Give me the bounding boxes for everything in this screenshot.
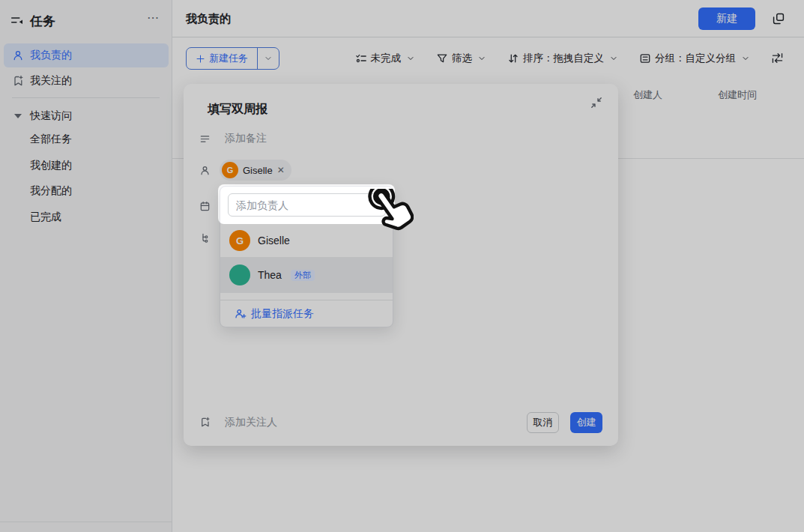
chevron-down-icon bbox=[740, 52, 752, 64]
chevron-down-icon bbox=[476, 52, 488, 64]
chevron-down-icon bbox=[264, 54, 273, 63]
assignee-dropdown: G Giselle Thea 外部 批量指派任务 bbox=[220, 186, 393, 327]
person-plus-icon bbox=[235, 308, 247, 320]
funnel-icon bbox=[436, 52, 448, 64]
sort-arrows-icon bbox=[507, 52, 519, 64]
sort-control[interactable]: 排序：拖拽自定义 bbox=[507, 52, 620, 65]
collapse-icon[interactable] bbox=[590, 96, 603, 109]
sidebar-bottom-divider bbox=[0, 522, 172, 522]
note-input[interactable]: 添加备注 bbox=[225, 132, 267, 145]
section-label: 快速访问 bbox=[30, 109, 72, 123]
avatar: G bbox=[229, 230, 250, 251]
column-settings-icon[interactable] bbox=[771, 52, 784, 64]
sidebar-more-icon[interactable]: ⋯ bbox=[147, 10, 160, 25]
sidebar-item-label: 我创建的 bbox=[30, 159, 72, 172]
avatar bbox=[229, 265, 250, 285]
sidebar-item-created-by-me[interactable]: 我创建的 bbox=[4, 154, 169, 177]
sidebar: 任务 ⋯ 我负责的 我关注的 快速访问 全部任务 我创建的 我分配的 bbox=[0, 0, 172, 532]
status-filter[interactable]: 未完成 bbox=[355, 52, 417, 65]
sidebar-item-label: 我负责的 bbox=[30, 49, 72, 62]
sidebar-item-label: 全部任务 bbox=[30, 133, 72, 146]
batch-assign-label: 批量指派任务 bbox=[251, 307, 314, 321]
add-follower-icon bbox=[199, 417, 211, 428]
sidebar-item-all-tasks[interactable]: 全部任务 bbox=[4, 128, 169, 151]
toolbar: 新建任务 未完成 bbox=[172, 37, 804, 79]
chevron-down-icon bbox=[608, 52, 620, 64]
open-in-window-icon[interactable] bbox=[772, 12, 785, 25]
new-task-button[interactable]: 新建任务 bbox=[187, 48, 257, 69]
group-label: 分组：自定义分组 bbox=[655, 52, 736, 65]
sidebar-item-assigned-by-me[interactable]: 我分配的 bbox=[4, 180, 169, 202]
sidebar-item-label: 我关注的 bbox=[30, 74, 72, 88]
filter-button[interactable]: 筛选 bbox=[436, 52, 488, 65]
sidebar-divider bbox=[12, 97, 160, 98]
column-header-creator[interactable]: 创建人 bbox=[633, 88, 662, 102]
cancel-button[interactable]: 取消 bbox=[527, 412, 559, 433]
task-status-icon bbox=[355, 52, 367, 64]
notes-icon bbox=[199, 133, 211, 145]
modal-title: 填写双周报 bbox=[208, 102, 268, 118]
sidebar-item-label: 我分配的 bbox=[30, 184, 72, 198]
avatar: G bbox=[222, 162, 238, 178]
sidebar-item-owned[interactable]: 我负责的 bbox=[4, 43, 169, 67]
sidebar-item-followed[interactable]: 我关注的 bbox=[4, 69, 169, 93]
assignee-option-thea[interactable]: Thea 外部 bbox=[220, 257, 393, 293]
new-task-dropdown-arrow[interactable] bbox=[257, 48, 279, 69]
create-button[interactable]: 创建 bbox=[570, 412, 602, 433]
follower-input[interactable]: 添加关注人 bbox=[225, 416, 277, 429]
new-button[interactable]: 新建 bbox=[698, 7, 755, 30]
page-title: 我负责的 bbox=[186, 12, 231, 26]
plus-icon bbox=[196, 54, 205, 64]
app-title: 任务 bbox=[30, 13, 55, 30]
sidebar-item-completed[interactable]: 已完成 bbox=[4, 206, 169, 229]
caret-down-icon bbox=[14, 114, 22, 118]
chevron-down-icon bbox=[405, 52, 417, 64]
column-header-created-time[interactable]: 创建时间 bbox=[718, 88, 757, 102]
assignee-option-giselle[interactable]: G Giselle bbox=[220, 224, 393, 257]
option-name: Thea bbox=[258, 269, 282, 281]
external-badge: 外部 bbox=[291, 270, 315, 281]
new-task-split-button[interactable]: 新建任务 bbox=[186, 47, 279, 70]
assignee-name: Giselle bbox=[243, 165, 273, 176]
sidebar-header: 任务 ⋯ bbox=[0, 9, 172, 34]
bookmark-plus-icon bbox=[12, 75, 24, 87]
group-icon bbox=[639, 52, 651, 64]
assignee-person-icon bbox=[199, 165, 211, 176]
subtask-icon bbox=[199, 232, 211, 244]
person-icon bbox=[12, 49, 24, 61]
group-control[interactable]: 分组：自定义分组 bbox=[639, 52, 752, 65]
filter-label: 筛选 bbox=[452, 52, 472, 65]
remove-assignee-icon[interactable]: ✕ bbox=[277, 165, 285, 175]
calendar-icon bbox=[199, 201, 211, 212]
assignee-search-input[interactable] bbox=[228, 193, 386, 217]
sort-label: 排序：拖拽自定义 bbox=[523, 52, 604, 65]
assignee-chip[interactable]: G Giselle ✕ bbox=[220, 160, 291, 181]
topbar: 我负责的 新建 bbox=[172, 0, 804, 37]
batch-assign-button[interactable]: 批量指派任务 bbox=[220, 300, 393, 327]
option-name: Giselle bbox=[258, 235, 290, 247]
tasks-app-icon bbox=[10, 14, 24, 28]
new-task-label: 新建任务 bbox=[209, 52, 248, 65]
sidebar-item-label: 已完成 bbox=[30, 211, 61, 224]
status-filter-label: 未完成 bbox=[371, 52, 402, 65]
sidebar-section-quick-access[interactable]: 快速访问 bbox=[4, 105, 169, 127]
filter-bar: 未完成 筛选 bbox=[355, 37, 785, 79]
